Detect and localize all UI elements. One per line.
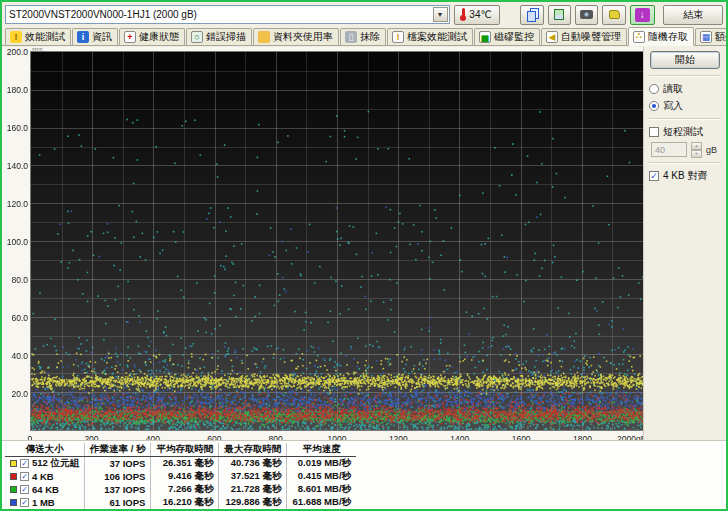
transfer-size-cell: 512 位元組 xyxy=(5,457,85,471)
ops-cell: 37 IOPS xyxy=(85,457,151,471)
file-benchmark-icon: ! xyxy=(392,31,404,43)
max-access-cell: 129.886 毫秒 xyxy=(219,496,287,509)
tab-random-access[interactable]: ∴隨機存取 xyxy=(628,27,694,46)
tab-file-benchmark[interactable]: !檔案效能測試 xyxy=(387,28,473,45)
download-button[interactable]: ↓ xyxy=(630,5,655,25)
results-panel: 傳送大小作業速率 / 秒平均存取時間最大存取時間平均速度 512 位元組37 I… xyxy=(2,440,726,509)
avg-access-cell: 7.266 毫秒 xyxy=(151,483,219,496)
copy-icon xyxy=(527,11,536,22)
tab-extra-tests[interactable]: ▦額外測試 xyxy=(695,28,728,45)
table-header: 平均速度 xyxy=(287,443,356,457)
stepper-up-icon[interactable]: ▲ xyxy=(691,142,702,150)
read-radio[interactable] xyxy=(649,84,659,94)
tab-label: 磁磟監控 xyxy=(494,30,534,44)
series-label: 1 MB xyxy=(32,497,55,508)
extra-tests-icon: ▦ xyxy=(700,31,712,43)
y-axis-tick-label: 200.0 xyxy=(2,47,28,57)
tab-aam[interactable]: ◀自動噪聲管理 xyxy=(541,28,627,45)
y-axis-tick-label: 160.0 xyxy=(2,123,28,133)
tab-info[interactable]: i資訊 xyxy=(72,28,118,45)
max-access-cell: 37.521 毫秒 xyxy=(219,470,287,483)
series-checkbox[interactable] xyxy=(20,485,29,494)
chart-plot xyxy=(30,51,644,431)
series-checkbox[interactable] xyxy=(20,472,29,481)
series-label: 512 位元組 xyxy=(32,457,79,470)
write-radio-row[interactable]: 寫入 xyxy=(649,99,721,113)
exit-button[interactable]: 結束 xyxy=(663,5,723,25)
series-checkbox[interactable] xyxy=(20,498,29,507)
tab-label: 額外測試 xyxy=(715,30,728,44)
avg-speed-cell: 0.415 MB/秒 xyxy=(287,470,356,483)
stroke-size-stepper[interactable]: ▲▼ xyxy=(691,142,702,157)
divider xyxy=(649,162,721,164)
tab-label: 效能測試 xyxy=(25,30,65,44)
y-axis-tick-label: 120.0 xyxy=(2,199,28,209)
tab-bar: !效能測試i資訊+健康狀態○錯誤掃描資料夾使用率▯抹除!檔案效能測試▅磁磟監控◀… xyxy=(2,27,726,46)
save-button[interactable] xyxy=(602,5,625,25)
folder-usage-icon xyxy=(258,31,270,43)
y-axis-tick-label: 80.0 xyxy=(2,275,28,285)
drive-selector[interactable]: ST2000VNST2000VN000-1HJ1 (2000 gB) ▼ xyxy=(5,5,450,24)
write-radio[interactable] xyxy=(649,101,659,111)
stroke-size-input[interactable]: 40 xyxy=(651,142,687,157)
series-checkbox[interactable] xyxy=(20,459,29,468)
transfer-size-cell: 4 KB xyxy=(5,470,85,483)
read-radio-label: 讀取 xyxy=(663,82,683,96)
transfer-size-cell: 1 MB xyxy=(5,496,85,509)
series-color-swatch xyxy=(10,473,17,480)
short-stroke-row[interactable]: 短程測試 xyxy=(649,125,721,139)
table-header: 傳送大小 xyxy=(5,443,85,457)
stepper-down-icon[interactable]: ▼ xyxy=(691,150,702,158)
table-header: 平均存取時間 xyxy=(151,443,219,457)
tab-label: 自動噪聲管理 xyxy=(561,30,621,44)
chevron-down-icon[interactable]: ▼ xyxy=(433,7,448,22)
align-row[interactable]: 4 KB 對齊 xyxy=(649,169,721,183)
tab-erase[interactable]: ▯抹除 xyxy=(340,28,386,45)
y-axis-tick-label: 60.0 xyxy=(2,313,28,323)
exit-button-label: 結束 xyxy=(683,8,703,22)
erase-icon: ▯ xyxy=(345,31,357,43)
app-window: ST2000VNST2000VN000-1HJ1 (2000 gB) ▼ 34℃… xyxy=(0,0,728,511)
ops-cell: 106 IOPS xyxy=(85,470,151,483)
info-icon: i xyxy=(77,31,89,43)
tab-label: 資料夾使用率 xyxy=(273,30,333,44)
copy-image-icon xyxy=(554,9,564,20)
table-row: 512 位元組37 IOPS26.351 毫秒40.736 毫秒0.019 MB… xyxy=(5,457,356,471)
align-label: 4 KB 對齊 xyxy=(663,169,707,183)
ops-cell: 137 IOPS xyxy=(85,483,151,496)
short-stroke-label: 短程測試 xyxy=(663,125,703,139)
tab-health[interactable]: +健康狀態 xyxy=(119,28,185,45)
top-bar: ST2000VNST2000VN000-1HJ1 (2000 gB) ▼ 34℃… xyxy=(2,2,726,27)
temperature-button[interactable]: 34℃ xyxy=(454,5,500,25)
error-scan-icon: ○ xyxy=(191,31,203,43)
avg-speed-cell: 61.688 MB/秒 xyxy=(287,496,356,509)
ops-cell: 61 IOPS xyxy=(85,496,151,509)
download-icon: ↓ xyxy=(635,8,650,22)
tab-disk-monitor[interactable]: ▅磁磟監控 xyxy=(474,28,540,45)
table-row: 1 MB61 IOPS16.210 毫秒129.886 毫秒61.688 MB/… xyxy=(5,496,356,509)
tab-folder-usage[interactable]: 資料夾使用率 xyxy=(253,28,339,45)
start-button[interactable]: 開始 xyxy=(650,51,720,69)
y-axis-tick-label: 140.0 xyxy=(2,161,28,171)
read-radio-row[interactable]: 讀取 xyxy=(649,82,721,96)
y-axis-tick-label: 100.0 xyxy=(2,237,28,247)
short-stroke-checkbox[interactable] xyxy=(649,127,659,137)
transfer-size-cell: 64 KB xyxy=(5,483,85,496)
copy-image-button[interactable] xyxy=(548,5,571,25)
table-row: 64 KB137 IOPS7.266 毫秒21.728 毫秒8.601 MB/秒 xyxy=(5,483,356,496)
disk-monitor-icon: ▅ xyxy=(479,31,491,43)
tab-label: 錯誤掃描 xyxy=(206,30,246,44)
copy-button[interactable] xyxy=(520,5,543,25)
tab-label: 抹除 xyxy=(360,30,380,44)
align-checkbox[interactable] xyxy=(649,171,659,181)
table-header: 最大存取時間 xyxy=(219,443,287,457)
tab-label: 檔案效能測試 xyxy=(407,30,467,44)
camera-button[interactable] xyxy=(575,5,598,25)
write-radio-label: 寫入 xyxy=(663,99,683,113)
tab-error-scan[interactable]: ○錯誤掃描 xyxy=(186,28,252,45)
table-row: 4 KB106 IOPS9.416 毫秒37.521 毫秒0.415 MB/秒 xyxy=(5,470,356,483)
y-axis-tick-label: 180.0 xyxy=(2,85,28,95)
tab-benchmark[interactable]: !效能測試 xyxy=(5,28,71,45)
avg-access-cell: 26.351 毫秒 xyxy=(151,457,219,471)
drive-selector-value: ST2000VNST2000VN000-1HJ1 (2000 gB) xyxy=(6,9,433,20)
